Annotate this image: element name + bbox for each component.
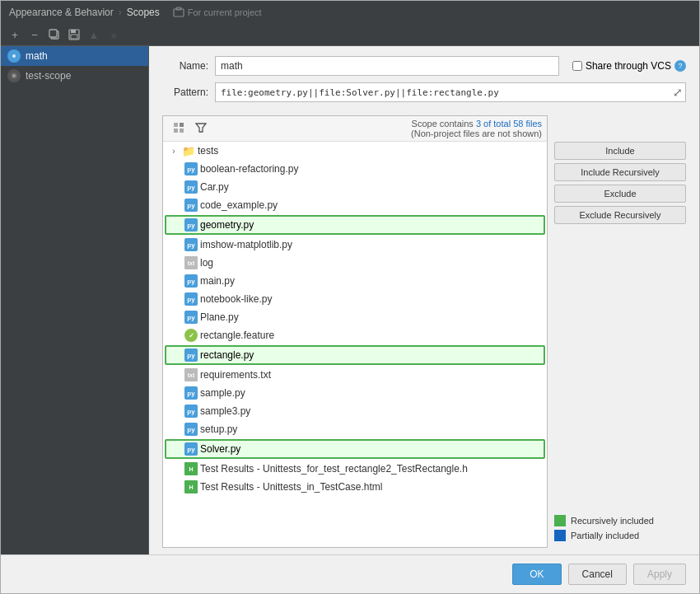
tree-content: › 📁 tests py boolean-refactoring.py py [163, 142, 547, 547]
tree-item-imshow[interactable]: py imshow-matplotlib.py [163, 236, 547, 254]
py-file-icon: py [184, 218, 198, 232]
main-content: math test-scope Name: Share through VCS [1, 46, 699, 554]
legend-item-partially-included: Partially included [554, 530, 686, 541]
py-file-icon: py [184, 386, 198, 400]
copy-scope-button[interactable] [45, 26, 63, 44]
tree-item-label: main.py [200, 275, 235, 287]
dialog: Appearance & Behavior › Scopes For curre… [0, 0, 700, 594]
title-bar: Appearance & Behavior › Scopes For curre… [1, 1, 699, 24]
tree-item-label: boolean-refactoring.py [200, 163, 298, 175]
tree-item-tests-folder[interactable]: › 📁 tests [163, 142, 547, 160]
html-file-icon: H [184, 480, 198, 493]
legend: Recursively included Partially included [554, 515, 686, 548]
svg-rect-14 [180, 129, 184, 133]
breadcrumb-separator: › [119, 7, 122, 18]
tree-item-label: sample3.py [200, 405, 250, 417]
bottom-bar: OK Cancel Apply [1, 554, 699, 593]
tree-item-rectangle-feature[interactable]: ✓ rectangle.feature [163, 326, 547, 344]
tree-item-sample3[interactable]: py sample3.py [163, 402, 547, 420]
share-vcs-wrapper: Share through VCS ? [572, 60, 686, 72]
folder-icon: 📁 [182, 144, 195, 157]
tree-item-requirements[interactable]: txt requirements.txt [163, 366, 547, 384]
tree-item-label: Plane.py [200, 311, 239, 323]
scope-buttons-panel: Include Include Recursively Exclude Excl… [554, 115, 686, 548]
feature-file-icon: ✓ [184, 329, 198, 342]
sidebar-item-math-label: math [26, 50, 48, 62]
file-tree-area: Scope contains 3 of total 58 files (Non-… [149, 115, 699, 554]
move-up-button[interactable]: ▲ [85, 26, 103, 44]
svg-rect-3 [49, 30, 57, 37]
scope-symbol [10, 52, 18, 60]
svg-rect-11 [174, 123, 178, 127]
sidebar-item-test-scope-label: test-scope [26, 70, 71, 82]
add-scope-button[interactable]: + [6, 26, 24, 44]
svg-rect-13 [174, 129, 178, 133]
tree-item-setup[interactable]: py setup.py [163, 420, 547, 438]
project-info: For current project [173, 7, 262, 18]
py-file-icon: py [184, 180, 198, 194]
py-file-icon: py [184, 274, 198, 288]
tree-filter-button[interactable] [191, 119, 211, 138]
svg-rect-5 [71, 30, 76, 33]
help-icon[interactable]: ? [674, 60, 686, 72]
legend-item-recursively-included: Recursively included [554, 515, 686, 526]
sidebar-item-test-scope[interactable]: test-scope [1, 66, 148, 86]
tree-view-icon [172, 121, 185, 134]
svg-marker-15 [196, 124, 206, 132]
tree-header: Scope contains 3 of total 58 files (Non-… [163, 116, 547, 142]
pattern-expand-button[interactable]: ⤢ [671, 86, 684, 99]
tree-panel: Scope contains 3 of total 58 files (Non-… [162, 115, 548, 548]
name-row: Name: Share through VCS ? [162, 56, 686, 76]
tree-item-label: rectangle.py [200, 349, 254, 361]
tree-item-label: tests [198, 145, 218, 157]
current-section-title: Scopes [127, 7, 160, 18]
tree-item-sample[interactable]: py sample.py [163, 384, 547, 402]
share-vcs-checkbox[interactable] [572, 61, 582, 71]
txt-file-icon: txt [184, 256, 198, 269]
tree-toolbar [168, 119, 211, 138]
share-vcs-label: Share through VCS [586, 60, 671, 72]
tree-item-test-results-2[interactable]: H Test Results - Unittests_in_TestCase.h… [163, 478, 547, 496]
svg-point-10 [12, 74, 16, 77]
tree-item-solver[interactable]: py Solver.py [165, 439, 545, 459]
tree-item-geometry[interactable]: py geometry.py [165, 215, 545, 235]
tree-item-label: notebook-like.py [200, 293, 272, 305]
tree-item-log[interactable]: txt log [163, 254, 547, 272]
tree-item-code-example[interactable]: py code_example.py [163, 196, 547, 214]
math-scope-icon [7, 49, 21, 63]
pattern-input[interactable] [215, 82, 686, 102]
tree-item-car[interactable]: py Car.py [163, 178, 547, 196]
sidebar-item-math[interactable]: math [1, 46, 148, 66]
tree-item-label: imshow-matplotlib.py [200, 239, 292, 250]
tree-item-plane[interactable]: py Plane.py [163, 308, 547, 326]
tree-item-label: setup.py [200, 423, 237, 435]
tree-item-label: rectangle.feature [200, 330, 274, 341]
tree-item-main[interactable]: py main.py [163, 272, 547, 290]
scope-info-subtext: (Non-project files are not shown) [411, 129, 542, 138]
txt-file-icon: txt [184, 368, 198, 381]
tree-item-rectangle-py[interactable]: py rectangle.py [165, 345, 545, 365]
scope-count: 3 of total 58 files [476, 119, 542, 129]
tree-item-boolean-refactoring[interactable]: py boolean-refactoring.py [163, 160, 547, 178]
tree-item-notebook[interactable]: py notebook-like.py [163, 290, 547, 308]
test-scope-symbol [10, 72, 18, 80]
py-file-icon: py [184, 292, 198, 306]
cancel-button[interactable]: Cancel [568, 564, 627, 585]
tree-item-test-results-1[interactable]: H Test Results - Unittests_for_test_rect… [163, 460, 547, 478]
py-file-icon: py [184, 442, 198, 456]
py-file-icon: py [184, 405, 198, 418]
ok-button[interactable]: OK [512, 564, 561, 585]
include-button[interactable]: Include [554, 142, 686, 160]
tree-item-label: requirements.txt [200, 369, 271, 381]
tree-info: Scope contains 3 of total 58 files (Non-… [411, 119, 542, 138]
tree-view-toggle-button[interactable] [168, 119, 189, 138]
save-button[interactable] [65, 26, 83, 44]
apply-button[interactable]: Apply [633, 564, 686, 585]
exclude-button[interactable]: Exclude [554, 185, 686, 203]
exclude-recursively-button[interactable]: Exclude Recursively [554, 206, 686, 224]
tree-item-label: Solver.py [200, 443, 240, 455]
more-button[interactable]: » [105, 26, 123, 44]
include-recursively-button[interactable]: Include Recursively [554, 163, 686, 181]
remove-scope-button[interactable]: − [26, 26, 44, 44]
name-input[interactable] [215, 56, 559, 76]
